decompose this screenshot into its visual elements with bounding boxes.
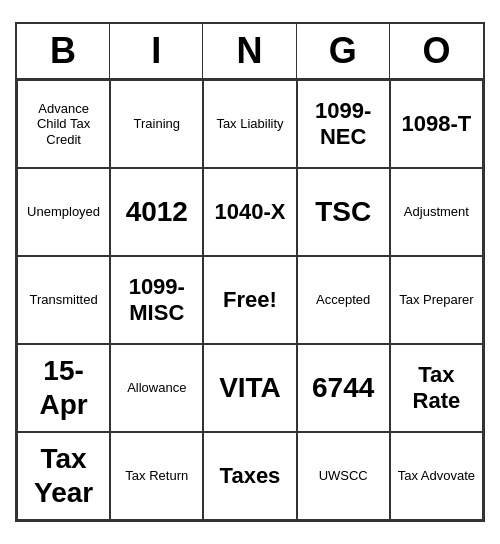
cell-text-16: Allowance [127, 380, 186, 396]
cell-text-7: 1040-X [215, 199, 286, 225]
bingo-cell-0: Advance Child Tax Credit [17, 80, 110, 168]
bingo-cell-12: Free! [203, 256, 296, 344]
cell-text-21: Tax Return [125, 468, 188, 484]
bingo-cell-17: VITA [203, 344, 296, 432]
cell-text-10: Transmitted [30, 292, 98, 308]
bingo-cell-21: Tax Return [110, 432, 203, 520]
cell-text-3: 1099-NEC [302, 98, 385, 151]
bingo-cell-2: Tax Liability [203, 80, 296, 168]
bingo-cell-4: 1098-T [390, 80, 483, 168]
bingo-cell-5: Unemployed [17, 168, 110, 256]
header-letter-G: G [297, 24, 390, 78]
cell-text-23: UWSCC [319, 468, 368, 484]
cell-text-12: Free! [223, 287, 277, 313]
bingo-cell-24: Tax Advovate [390, 432, 483, 520]
header-letter-N: N [203, 24, 296, 78]
bingo-cell-6: 4012 [110, 168, 203, 256]
cell-text-20: Tax Year [22, 442, 105, 509]
header-letter-I: I [110, 24, 203, 78]
cell-text-2: Tax Liability [216, 116, 283, 132]
bingo-cell-8: TSC [297, 168, 390, 256]
cell-text-1: Training [134, 116, 180, 132]
bingo-grid: Advance Child Tax CreditTrainingTax Liab… [17, 80, 483, 520]
cell-text-5: Unemployed [27, 204, 100, 220]
bingo-cell-18: 6744 [297, 344, 390, 432]
cell-text-9: Adjustment [404, 204, 469, 220]
bingo-cell-9: Adjustment [390, 168, 483, 256]
cell-text-22: Taxes [220, 463, 281, 489]
cell-text-18: 6744 [312, 371, 374, 405]
cell-text-24: Tax Advovate [398, 468, 475, 484]
bingo-cell-19: Tax Rate [390, 344, 483, 432]
cell-text-19: Tax Rate [395, 362, 478, 415]
cell-text-11: 1099-MISC [115, 274, 198, 327]
cell-text-15: 15-Apr [22, 354, 105, 421]
cell-text-8: TSC [315, 195, 371, 229]
cell-text-14: Tax Preparer [399, 292, 473, 308]
bingo-cell-7: 1040-X [203, 168, 296, 256]
bingo-cell-23: UWSCC [297, 432, 390, 520]
cell-text-4: 1098-T [402, 111, 472, 137]
bingo-cell-16: Allowance [110, 344, 203, 432]
header-letter-B: B [17, 24, 110, 78]
bingo-card: BINGO Advance Child Tax CreditTrainingTa… [15, 22, 485, 522]
bingo-cell-1: Training [110, 80, 203, 168]
cell-text-17: VITA [219, 371, 281, 405]
cell-text-0: Advance Child Tax Credit [22, 101, 105, 148]
bingo-header: BINGO [17, 24, 483, 80]
bingo-cell-3: 1099-NEC [297, 80, 390, 168]
cell-text-6: 4012 [126, 195, 188, 229]
bingo-cell-11: 1099-MISC [110, 256, 203, 344]
cell-text-13: Accepted [316, 292, 370, 308]
header-letter-O: O [390, 24, 483, 78]
bingo-cell-22: Taxes [203, 432, 296, 520]
bingo-cell-10: Transmitted [17, 256, 110, 344]
bingo-cell-13: Accepted [297, 256, 390, 344]
bingo-cell-14: Tax Preparer [390, 256, 483, 344]
bingo-cell-20: Tax Year [17, 432, 110, 520]
bingo-cell-15: 15-Apr [17, 344, 110, 432]
